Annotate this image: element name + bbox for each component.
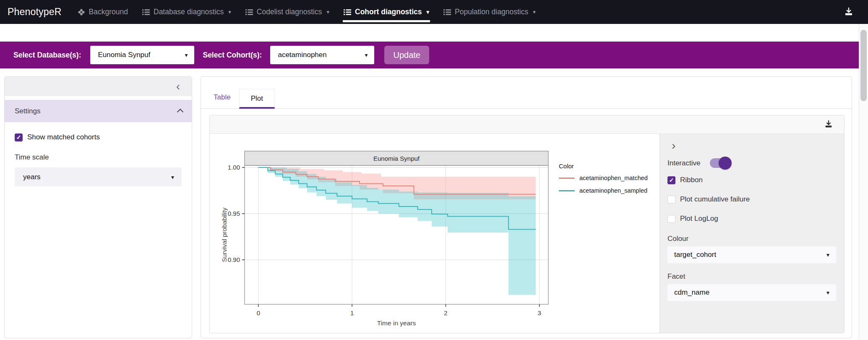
nav-label: Background: [89, 8, 128, 16]
km-survival-plot: Eunomia Synpuf01231.000.950.90Time in ye…: [219, 148, 555, 332]
chevron-up-icon: [177, 109, 184, 115]
settings-sidebar: ‹ Settings ✓ Show matched cohorts Time s…: [4, 76, 192, 338]
legend-title: Color: [559, 162, 648, 170]
list-icon: [443, 9, 451, 16]
interactive-row: Interactive: [667, 158, 730, 168]
show-matched-cohorts-checkbox[interactable]: ✓: [15, 133, 23, 141]
facet-select[interactable]: cdm_name ▾: [667, 284, 836, 301]
show-matched-cohorts-label: Show matched cohorts: [27, 133, 100, 141]
page-scrollbar: [859, 24, 868, 340]
check-icon: ✓: [669, 177, 674, 183]
collapse-sidebar-icon[interactable]: ‹: [176, 81, 180, 92]
nav-item-cohort-diagnostics[interactable]: Cohort diagnostics ▾: [344, 8, 429, 16]
database-select-value: Eunomia Synpuf: [98, 51, 150, 59]
chevron-down-icon: ▾: [171, 174, 174, 180]
nav-label: Population diagnostics: [455, 8, 528, 16]
filter-bar: Select Database(s): Eunomia Synpuf ▾ Sel…: [0, 42, 868, 68]
cumulative-failure-row: ✓ Plot cumulative failure: [667, 195, 750, 204]
collapse-panel-icon[interactable]: ›: [672, 140, 675, 152]
chevron-down-icon: ▾: [185, 52, 188, 58]
time-scale-select[interactable]: years ▾: [15, 167, 182, 186]
settings-accordion-header[interactable]: Settings: [5, 100, 192, 122]
ribbon-row: ✓ Ribbon: [667, 176, 703, 184]
svg-text:0.95: 0.95: [228, 210, 240, 217]
nav-label: Cohort diagnostics: [355, 8, 422, 16]
cohort-select[interactable]: acetaminophen ▾: [270, 46, 374, 64]
chevron-down-icon: ▾: [826, 289, 829, 296]
scrollbar-thumb[interactable]: [860, 30, 867, 101]
tab-plot[interactable]: Plot: [239, 89, 275, 109]
plot-legend: Color acetaminophen_matchedacetaminophen…: [559, 162, 648, 200]
sidebar-toolbar: ‹: [5, 77, 192, 96]
legend-item: acetaminophen_matched: [559, 175, 648, 181]
svg-text:1: 1: [350, 309, 354, 316]
download-button[interactable]: [844, 6, 854, 18]
svg-text:0: 0: [257, 309, 260, 316]
settings-title: Settings: [15, 107, 40, 115]
svg-text:Eunomia Synpuf: Eunomia Synpuf: [373, 155, 420, 162]
settings-body: ✓ Show matched cohorts Time scale years …: [5, 122, 192, 186]
nav-item-database-diagnostics[interactable]: Database diagnostics ▾: [142, 8, 231, 16]
chevron-down-icon: ▾: [327, 9, 330, 15]
app-title[interactable]: PhenotypeR: [8, 6, 62, 18]
svg-text:0.90: 0.90: [228, 256, 240, 263]
svg-text:Survival probability: Survival probability: [221, 207, 228, 262]
ribbon-label: Ribbon: [680, 176, 703, 184]
nav-item-population-diagnostics[interactable]: Population diagnostics ▾: [443, 8, 536, 16]
chevron-down-icon: ▾: [826, 251, 829, 258]
list-icon: [245, 9, 253, 16]
interactive-label: Interactive: [667, 159, 700, 167]
update-button[interactable]: Update: [384, 46, 429, 64]
cumulative-failure-checkbox[interactable]: ✓: [667, 196, 675, 204]
cohort-select-label: Select Cohort(s):: [203, 51, 262, 60]
list-icon: [344, 9, 351, 16]
top-navbar: PhenotypeR Background Database diagnosti…: [0, 0, 868, 24]
toggle-knob: [719, 157, 732, 170]
legend-line-swatch: [559, 190, 575, 191]
plot-area: Eunomia Synpuf01231.000.950.90Time in ye…: [210, 134, 659, 333]
cohort-select-value: acetaminophen: [278, 51, 326, 59]
loglog-label: Plot LogLog: [680, 214, 718, 223]
flower-icon: [78, 9, 85, 16]
legend-item: acetaminophen_sampled: [559, 187, 648, 194]
tab-table[interactable]: Table: [214, 93, 231, 102]
download-icon: [844, 6, 854, 16]
svg-text:1.00: 1.00: [228, 164, 240, 171]
facet-select-value: cdm_name: [674, 288, 709, 297]
database-select-label: Select Database(s):: [13, 51, 81, 60]
nav-item-codelist-diagnostics[interactable]: Codelist diagnostics ▾: [245, 8, 329, 16]
phenotyper-app: PhenotypeR Background Database diagnosti…: [0, 0, 868, 340]
ribbon-checkbox[interactable]: ✓: [667, 176, 675, 184]
legend-label: acetaminophen_matched: [579, 175, 648, 181]
plot-card: Eunomia Synpuf01231.000.950.90Time in ye…: [209, 115, 845, 333]
colour-select[interactable]: target_cohort ▾: [667, 246, 836, 263]
facet-label: Facet: [667, 272, 686, 281]
svg-text:Time in years: Time in years: [377, 319, 416, 327]
chevron-down-icon: ▾: [228, 9, 231, 15]
loglog-row: ✓ Plot LogLog: [667, 214, 718, 223]
loglog-checkbox[interactable]: ✓: [667, 215, 675, 223]
svg-text:3: 3: [538, 309, 541, 316]
nav-item-background[interactable]: Background: [78, 8, 128, 16]
chevron-down-icon: ▾: [365, 52, 368, 58]
plot-card-toolbar: [210, 115, 844, 134]
database-select[interactable]: Eunomia Synpuf ▾: [90, 46, 194, 64]
chevron-down-icon: ▾: [533, 9, 536, 15]
svg-text:2: 2: [444, 309, 447, 316]
nav-label: Codelist diagnostics: [257, 8, 322, 16]
plot-card-body: Eunomia Synpuf01231.000.950.90Time in ye…: [210, 134, 844, 333]
tab-bar: Table Plot: [201, 77, 852, 109]
time-scale-value: years: [23, 173, 41, 181]
legend-line-swatch: [559, 178, 575, 179]
main-panel: Table Plot Eunomia Synpuf01231.00: [201, 76, 852, 338]
check-icon: ✓: [16, 134, 21, 140]
plot-controls-panel: › Interactive ✓ Ribbon ✓ Plot cumulative…: [659, 134, 844, 333]
colour-select-value: target_cohort: [674, 251, 716, 259]
nav-label: Database diagnostics: [154, 8, 224, 16]
list-icon: [142, 9, 150, 16]
interactive-toggle[interactable]: [710, 158, 730, 168]
show-matched-cohorts-row[interactable]: ✓ Show matched cohorts: [15, 133, 182, 141]
cumulative-failure-label: Plot cumulative failure: [680, 195, 750, 204]
legend-label: acetaminophen_sampled: [579, 187, 647, 194]
plot-download-button[interactable]: [824, 119, 833, 130]
